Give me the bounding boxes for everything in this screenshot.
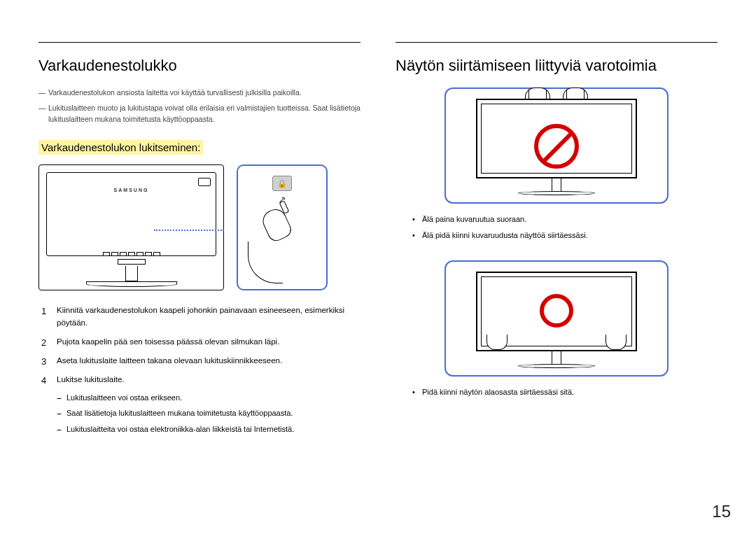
ok-circle-icon — [540, 294, 573, 328]
prohibit-icon — [534, 124, 579, 169]
hand-bottom-right-icon — [606, 335, 626, 350]
rear-connector-icon — [118, 259, 146, 265]
lock-slot-closeup-icon: 🔒 — [272, 176, 292, 191]
monitor-back-panel — [46, 172, 216, 256]
lock-icon: 🔒 — [277, 179, 287, 188]
note-2: Lukituslaitteen muoto ja lukitustapa voi… — [38, 103, 360, 125]
heading-varotoimia: Näytön siirtämiseen liittyviä varotoimia — [396, 57, 718, 75]
figure-row: SAMSUNG 🔒 ↗ — [38, 164, 360, 290]
figure-monitor-back: SAMSUNG — [38, 164, 224, 290]
substep-3: Lukituslaitteita voi ostaa elektroniikka… — [57, 423, 360, 435]
monitor-base — [86, 281, 177, 287]
bullet-1a: Älä paina kuvaruutua suoraan. — [412, 213, 718, 225]
left-column: Varkaudenestolukko Varkaudenestolukon an… — [38, 42, 360, 442]
lock-cable-icon — [248, 241, 283, 283]
substep-2: Saat lisätietoja lukituslaitteen mukana … — [57, 407, 360, 419]
monitor-neck — [125, 266, 138, 281]
step-4: Lukitse lukituslaite. Lukituslaitteen vo… — [41, 374, 360, 435]
right-column: Näytön siirtämiseen liittyviä varotoimia… — [396, 42, 718, 442]
step-2: Pujota kaapelin pää sen toisessa päässä … — [41, 336, 360, 348]
substep-1: Lukituslaitteen voi ostaa erikseen. — [57, 392, 360, 404]
bullets-1: Älä paina kuvaruutua suoraan. Älä pidä k… — [412, 213, 718, 241]
hand-bottom-left-icon — [486, 335, 507, 350]
bullet-1b: Älä pidä kiinni kuvaruudusta näyttöä sii… — [412, 230, 718, 241]
step-3: Aseta lukituslaite laitteen takana oleva… — [41, 355, 360, 367]
page-number: 15 — [712, 502, 731, 521]
step-4-text: Lukitse lukituslaite. — [57, 375, 125, 384]
hands-bottom-icon — [486, 335, 626, 350]
bullets-2: Pidä kiinni näytön alaosasta siirtäessäs… — [412, 386, 718, 398]
rear-ports-icon — [103, 252, 160, 256]
bullet-2a: Pidä kiinni näytön alaosasta siirtäessäs… — [412, 386, 718, 398]
brand-logo: SAMSUNG — [114, 188, 149, 192]
figure-do-not-press — [444, 87, 668, 204]
heading-varkaudenestolukko: Varkaudenestolukko — [38, 57, 360, 75]
step-4-sublist: Lukituslaitteen voi ostaa erikseen. Saat… — [57, 392, 360, 435]
figure-lock-detail: 🔒 ↗ — [237, 164, 328, 290]
step-1: Kiinnitä varkaudenestolukon kaapeli joho… — [41, 304, 360, 329]
steps-list: Kiinnitä varkaudenestolukon kaapeli joho… — [38, 304, 360, 435]
note-1: Varkaudenestolukon ansiosta laitetta voi… — [38, 87, 360, 99]
lock-slot-icon — [198, 178, 211, 186]
callout-line — [154, 230, 224, 231]
figure-hold-bottom — [444, 260, 668, 377]
subheading-lukitseminen: Varkaudenestolukon lukitseminen: — [38, 140, 203, 155]
